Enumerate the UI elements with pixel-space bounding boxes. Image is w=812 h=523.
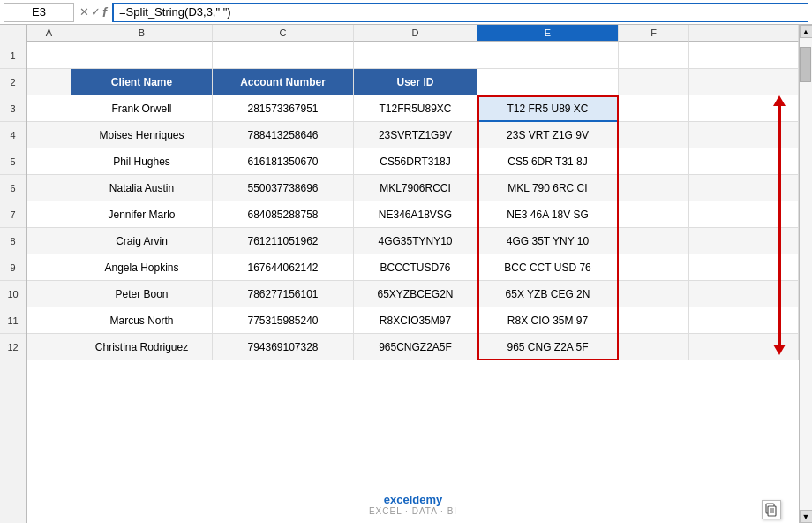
cell-e3[interactable]: T12 FR5 U89 XC xyxy=(477,95,619,122)
cell-b10[interactable]: Peter Boon xyxy=(71,281,213,307)
cell-a3[interactable] xyxy=(27,95,71,122)
cell-b12[interactable]: Christina Rodriguez xyxy=(71,334,213,360)
col-header-f[interactable]: F xyxy=(619,25,689,42)
cell-e5[interactable]: CS5 6DR T31 8J xyxy=(477,148,619,175)
cell-rest-3 xyxy=(689,95,799,122)
row-header-10: 10 xyxy=(0,281,26,307)
cell-b11[interactable]: Marcus North xyxy=(71,307,213,334)
cell-b4[interactable]: Moises Henriques xyxy=(71,122,213,148)
cell-c3[interactable]: 281573367951 xyxy=(213,95,354,122)
cell-b3[interactable]: Frank Orwell xyxy=(71,95,213,122)
cell-d7[interactable]: NE346A18VSG xyxy=(354,201,477,228)
cell-e12[interactable]: 965 CNG Z2A 5F xyxy=(477,334,619,360)
cell-d11[interactable]: R8XCIO35M97 xyxy=(354,307,477,334)
cell-a6[interactable] xyxy=(27,175,71,201)
cancel-icon[interactable]: ✕ xyxy=(79,5,89,19)
cell-d4[interactable]: 23SVRTZ1G9V xyxy=(354,122,477,148)
cell-c12[interactable]: 794369107328 xyxy=(213,334,354,360)
cell-a5[interactable] xyxy=(27,148,71,175)
table-row: Phil Hughes 616181350670 CS56DRT318J CS5… xyxy=(27,148,799,175)
cell-d3[interactable]: T12FR5U89XC xyxy=(354,95,477,122)
cell-userid-header[interactable]: User ID xyxy=(354,69,477,95)
cell-d5[interactable]: CS56DRT318J xyxy=(354,148,477,175)
cell-a8[interactable] xyxy=(27,228,71,254)
cell-e7[interactable]: NE3 46A 18V SG xyxy=(477,201,619,228)
cell-f10[interactable] xyxy=(619,281,689,307)
cell-f7[interactable] xyxy=(619,201,689,228)
cell-e11[interactable]: R8X CIO 35M 97 xyxy=(477,307,619,334)
cell-c9[interactable]: 167644062142 xyxy=(213,254,354,281)
cell-f11[interactable] xyxy=(619,307,689,334)
cell-a9[interactable] xyxy=(27,254,71,281)
cell-account-number-header[interactable]: Account Number xyxy=(213,69,354,95)
scroll-thumb[interactable] xyxy=(800,47,811,82)
cell-c10[interactable]: 786277156101 xyxy=(213,281,354,307)
cell-rest-11 xyxy=(689,307,799,334)
cell-e8[interactable]: 4GG 35T YNY 10 xyxy=(477,228,619,254)
cell-f1[interactable] xyxy=(619,42,689,69)
cell-d8[interactable]: 4GG35TYNY10 xyxy=(354,228,477,254)
cell-c4[interactable]: 788413258646 xyxy=(213,122,354,148)
cell-f4[interactable] xyxy=(619,122,689,148)
cell-c11[interactable]: 775315985240 xyxy=(213,307,354,334)
cell-d6[interactable]: MKL7906RCCI xyxy=(354,175,477,201)
col-header-d[interactable]: D xyxy=(354,25,477,42)
cell-rest-6 xyxy=(689,175,799,201)
cell-a4[interactable] xyxy=(27,122,71,148)
cell-e10[interactable]: 65X YZB CEG 2N xyxy=(477,281,619,307)
col-header-e[interactable]: E xyxy=(477,25,619,42)
cell-a12[interactable] xyxy=(27,334,71,360)
row-header-11: 11 xyxy=(0,307,26,334)
cell-e4[interactable]: 23S VRT Z1G 9V xyxy=(477,122,619,148)
formula-input[interactable] xyxy=(112,3,808,22)
cell-f12[interactable] xyxy=(619,334,689,360)
col-header-a[interactable]: A xyxy=(27,25,71,42)
cell-b1[interactable] xyxy=(71,42,213,69)
cell-f3[interactable] xyxy=(619,95,689,122)
confirm-icon[interactable]: ✓ xyxy=(91,5,101,19)
cell-c5[interactable]: 616181350670 xyxy=(213,148,354,175)
cell-b7[interactable]: Jennifer Marlo xyxy=(71,201,213,228)
cell-e6[interactable]: MKL 790 6RC CI xyxy=(477,175,619,201)
table-row: Moises Henriques 788413258646 23SVRTZ1G9… xyxy=(27,122,799,148)
scroll-down-arrow[interactable]: ▼ xyxy=(800,510,813,523)
cell-b6[interactable]: Natalia Austin xyxy=(71,175,213,201)
cell-f6[interactable] xyxy=(619,175,689,201)
cell-c7[interactable]: 684085288758 xyxy=(213,201,354,228)
function-icon[interactable]: f xyxy=(102,4,107,19)
col-header-b[interactable]: B xyxy=(71,25,213,42)
cell-b8[interactable]: Craig Arvin xyxy=(71,228,213,254)
cell-rest-10 xyxy=(689,281,799,307)
cell-c6[interactable]: 550037738696 xyxy=(213,175,354,201)
cell-a10[interactable] xyxy=(27,281,71,307)
formula-bar: E3 ✕ ✓ f xyxy=(0,0,812,25)
cell-d10[interactable]: 65XYZBCEG2N xyxy=(354,281,477,307)
cell-a2[interactable] xyxy=(27,69,71,95)
col-header-c[interactable]: C xyxy=(213,25,354,42)
scrollbar-right[interactable]: ▲ ▼ xyxy=(799,25,812,523)
scroll-up-arrow[interactable]: ▲ xyxy=(800,25,813,38)
cell-a11[interactable] xyxy=(27,307,71,334)
cell-f2[interactable] xyxy=(619,69,689,95)
cell-a1[interactable] xyxy=(27,42,71,69)
cell-d12[interactable]: 965CNGZ2A5F xyxy=(354,334,477,360)
cell-c1[interactable] xyxy=(213,42,354,69)
name-box[interactable]: E3 xyxy=(4,3,74,22)
cell-a7[interactable] xyxy=(27,201,71,228)
cell-e9[interactable]: BCC CCT USD 76 xyxy=(477,254,619,281)
data-rows: Client Name Account Number User ID Frank… xyxy=(27,42,799,523)
cell-f5[interactable] xyxy=(619,148,689,175)
paste-icon-button[interactable] xyxy=(762,500,781,519)
cell-b5[interactable]: Phil Hughes xyxy=(71,148,213,175)
cell-e2[interactable] xyxy=(477,69,619,95)
cell-f8[interactable] xyxy=(619,228,689,254)
table-row: Peter Boon 786277156101 65XYZBCEG2N 65X … xyxy=(27,281,799,307)
cell-client-name-header[interactable]: Client Name xyxy=(71,69,213,95)
cell-d1[interactable] xyxy=(354,42,477,69)
scroll-track[interactable] xyxy=(800,38,812,510)
cell-b9[interactable]: Angela Hopkins xyxy=(71,254,213,281)
cell-e1[interactable] xyxy=(477,42,619,69)
cell-d9[interactable]: BCCCTUSD76 xyxy=(354,254,477,281)
cell-c8[interactable]: 761211051962 xyxy=(213,228,354,254)
cell-f9[interactable] xyxy=(619,254,689,281)
